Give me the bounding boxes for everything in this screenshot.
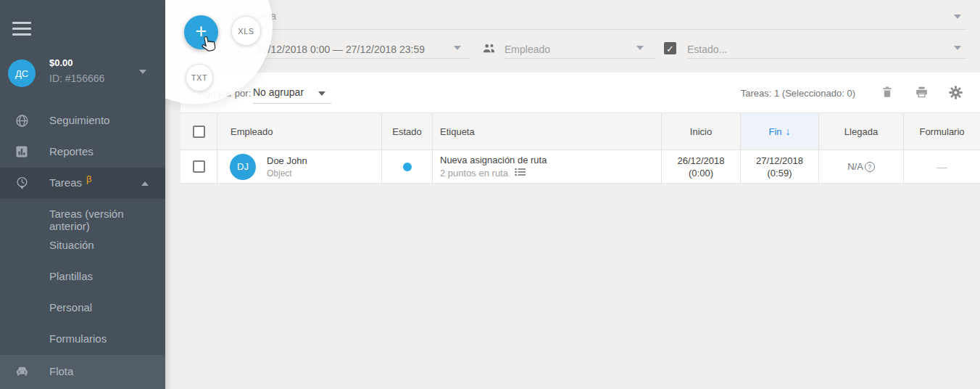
tasks-clock-icon (14, 176, 30, 191)
sidebar-item-label: Flota (49, 365, 73, 377)
date-caret-icon[interactable] (454, 46, 461, 50)
row-checkbox[interactable] (193, 160, 205, 173)
sidebar-subitem-label: Tareas (versión anterior) (49, 208, 165, 232)
export-xls-button[interactable]: XLS (231, 16, 261, 46)
sidebar-subitem-label: Situación (49, 239, 94, 251)
tasks-table: Empleado Estado Etiqueta Inicio Fin ↓ Ll… (180, 112, 980, 184)
sidebar-subitem-label: Formularios (49, 332, 107, 345)
employee-caret-icon[interactable] (636, 46, 644, 50)
employees-icon (482, 42, 496, 57)
employee-name: Doe John (267, 155, 307, 166)
col-header-empleado[interactable]: Empleado (217, 113, 382, 150)
date-underline (257, 58, 470, 59)
account-id: ID: #156666 (49, 73, 104, 84)
sidebar-item-label: Reportes (49, 145, 94, 157)
sort-desc-icon: ↓ (786, 126, 791, 137)
sidebar-item-situacion[interactable]: Situación (0, 230, 165, 261)
end-date: 27/12/2018 (756, 155, 803, 167)
car-icon (14, 364, 30, 380)
task-label: Nueva asignación de ruta (440, 155, 547, 165)
sidebar-item-formularios[interactable]: Formularios (0, 324, 165, 355)
status-underline (687, 58, 966, 59)
status-dot-icon (403, 163, 412, 171)
col-header-etiqueta[interactable]: Etiqueta (433, 113, 662, 150)
settings-gear-icon[interactable] (948, 85, 963, 99)
employee-type: Object (267, 168, 307, 179)
search-caret-icon[interactable] (954, 15, 961, 19)
sidebar-item-seguimiento[interactable]: Seguimiento (0, 105, 165, 136)
col-header-estado[interactable]: Estado (382, 113, 433, 150)
sidebar-item-flota[interactable]: Flota (0, 355, 165, 389)
sidebar-subitem-label: Personal (49, 301, 92, 314)
app-window: + XLS TXT Búsqueda 26/12/2018 0:00 — 27/… (0, 0, 980, 389)
account-avatar: ДС (8, 60, 36, 87)
group-by-underline (253, 103, 331, 104)
col-header-fin[interactable]: Fin ↓ (741, 113, 819, 150)
globe-icon (14, 113, 30, 128)
col-header-llegada[interactable]: Llegada (819, 113, 904, 150)
start-time: (0:00) (677, 167, 724, 179)
date-range-filter[interactable]: 26/12/2018 0:00 — 27/12/2018 23:59 (257, 44, 425, 55)
fin-label: Fin (768, 126, 781, 137)
table-header-row: Empleado Estado Etiqueta Inicio Fin ↓ Ll… (180, 112, 980, 150)
employee-underline (504, 58, 655, 59)
group-by-caret-icon[interactable] (318, 91, 325, 96)
table-row[interactable]: DJ Doe John Object Nueva asignación de r… (180, 150, 980, 184)
tasks-count-label: Tareas: 1 (Seleccionado: 0) (741, 88, 855, 99)
employee-avatar: DJ (230, 154, 256, 180)
status-filter[interactable]: Estado... (687, 44, 727, 55)
search-underline (231, 29, 966, 30)
tasks-panel: Agrupar por: No agrupar Tareas: 1 (Selec… (180, 73, 980, 184)
start-date: 26/12/2018 (677, 155, 724, 167)
form-empty-value: — (937, 161, 947, 173)
menu-hamburger-icon[interactable] (12, 22, 31, 36)
beta-badge: β (86, 173, 91, 184)
sidebar-item-label: Seguimiento (49, 114, 109, 126)
arrival-value: N/A (847, 161, 863, 172)
export-txt-button[interactable]: TXT (186, 64, 213, 91)
group-by-select[interactable]: No agrupar (253, 86, 304, 98)
employee-filter[interactable]: Empleado (504, 44, 550, 55)
status-caret-icon[interactable] (954, 46, 961, 50)
delete-icon[interactable] (880, 85, 894, 99)
col-header-inicio[interactable]: Inicio (662, 113, 741, 150)
route-points-label: 2 puntos en ruta (440, 168, 508, 179)
route-list-icon[interactable] (515, 168, 526, 179)
account-caret-icon[interactable] (139, 70, 146, 74)
sidebar-subitem-label: Plantillas (49, 270, 93, 282)
table-toolbar: Agrupar por: No agrupar Tareas: 1 (Selec… (180, 73, 980, 112)
reports-chart-icon (14, 144, 30, 160)
account-balance: $0.00 (49, 57, 73, 68)
print-icon[interactable] (914, 85, 929, 99)
sidebar-item-personal[interactable]: Personal (0, 292, 165, 324)
sidebar-item-tareas[interactable]: Tareasβ (0, 168, 165, 199)
sidebar-item-reportes[interactable]: Reportes (0, 136, 165, 168)
help-icon[interactable]: ? (865, 162, 875, 172)
sidebar-item-label: Tareas (49, 176, 82, 189)
sidebar-item-plantillas[interactable]: Plantillas (0, 261, 165, 292)
main-content: + XLS TXT Búsqueda 26/12/2018 0:00 — 27/… (165, 0, 980, 389)
status-select-all-checkbox[interactable]: ✓ (664, 42, 676, 54)
col-header-formulario[interactable]: Formulario (904, 113, 980, 150)
account-profile[interactable]: ДС $0.00 ID: #156666 (0, 57, 165, 97)
sidebar: ДС $0.00 ID: #156666 Seguimiento Reporte… (0, 0, 165, 389)
sidebar-item-tareas-version-anterior[interactable]: Tareas (versión anterior) (0, 199, 165, 230)
select-all-checkbox[interactable] (193, 126, 205, 138)
collapse-caret-icon[interactable] (141, 181, 149, 186)
end-time: (0:59) (756, 167, 803, 179)
